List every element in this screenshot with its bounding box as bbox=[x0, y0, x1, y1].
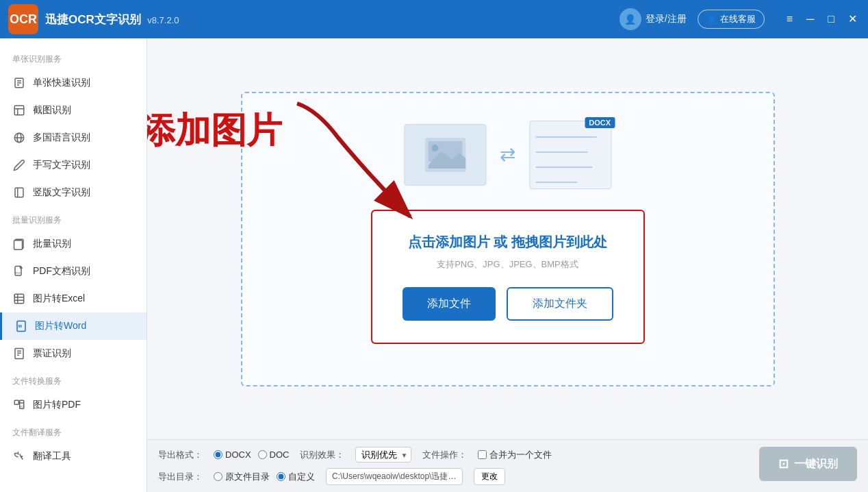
export-format-group: DOCX DOC bbox=[214, 450, 289, 460]
sidebar-section-1-label: 单张识别服务 bbox=[0, 45, 146, 69]
sidebar-item-batch[interactable]: 批量识别 bbox=[0, 230, 146, 258]
main-layout: 单张识别服务 单张快速识别 截图识别 多国语言识别 手写文字识别 bbox=[0, 38, 868, 492]
single-fast-icon bbox=[12, 76, 26, 90]
add-pic-annotation: 添加图片 bbox=[147, 107, 282, 155]
upload-dialog: 点击添加图片 或 拖拽图片到此处 支持PNG、JPG、JPEG、BMP格式 添加… bbox=[371, 210, 645, 344]
doc-radio-label[interactable]: DOC bbox=[258, 450, 290, 460]
docx-badge: DOCX bbox=[585, 117, 615, 128]
original-dir-radio[interactable] bbox=[214, 472, 222, 481]
translate-icon bbox=[12, 450, 26, 463]
drop-zone-outer[interactable]: 添加图片 bbox=[241, 92, 775, 386]
recognize-select[interactable]: 识别优先 bbox=[355, 447, 411, 463]
layers-icon bbox=[12, 237, 26, 251]
sidebar: 单张识别服务 单张快速识别 截图识别 多国语言识别 手写文字识别 bbox=[0, 38, 147, 492]
svg-point-34 bbox=[431, 145, 438, 151]
login-button[interactable]: 👤 登录/注册 bbox=[620, 8, 687, 30]
ocr-btn-label: 一键识别 bbox=[794, 457, 838, 471]
receipt-icon bbox=[12, 347, 26, 360]
globe-icon bbox=[12, 131, 26, 145]
docx-label: DOCX bbox=[225, 450, 251, 460]
title-bar: OCR 迅捷OCR文字识别 v8.7.2.0 👤 登录/注册 👤 在线客服 ≡ … bbox=[0, 0, 868, 38]
sidebar-item-label: 手写文字识别 bbox=[33, 159, 90, 171]
docx-line-1 bbox=[535, 136, 597, 138]
menu-icon[interactable]: ≡ bbox=[784, 12, 795, 26]
preview-row: ⇄ DOCX bbox=[404, 121, 611, 189]
upload-dialog-title: 点击添加图片 或 拖拽图片到此处 bbox=[400, 233, 616, 251]
sidebar-item-label: 票证识别 bbox=[33, 347, 71, 360]
merge-checkbox[interactable] bbox=[478, 450, 487, 459]
file-op-label: 文件操作： bbox=[422, 449, 467, 461]
original-dir-label[interactable]: 原文件目录 bbox=[214, 471, 270, 483]
pdf-icon: PDF bbox=[12, 265, 26, 278]
service-button[interactable]: 👤 在线客服 bbox=[698, 10, 765, 29]
output-dir-label: 导出目录： bbox=[158, 471, 203, 483]
svg-rect-27 bbox=[14, 400, 18, 404]
screenshot-icon bbox=[12, 103, 26, 117]
upload-or: 或 bbox=[490, 234, 511, 249]
svg-text:PDF: PDF bbox=[21, 406, 25, 408]
sidebar-item-label: 单张快速识别 bbox=[33, 77, 90, 89]
sidebar-section-3-label: 文件转换服务 bbox=[0, 367, 146, 391]
title-bar-right: 👤 登录/注册 👤 在线客服 ≡ ─ □ ✕ bbox=[620, 8, 860, 30]
export-format-label: 导出格式： bbox=[158, 449, 203, 461]
upload-buttons: 添加文件 添加文件夹 bbox=[400, 287, 616, 321]
minimize-button[interactable]: ─ bbox=[804, 12, 817, 26]
one-click-ocr-button[interactable]: ⊡ 一键识别 bbox=[759, 447, 857, 481]
svg-text:W: W bbox=[18, 324, 23, 328]
sidebar-item-receipt[interactable]: 票证识别 bbox=[0, 340, 146, 367]
custom-dir-radio[interactable] bbox=[277, 472, 285, 481]
sidebar-item-screenshot[interactable]: 截图识别 bbox=[0, 97, 146, 124]
drop-zone-wrapper: 添加图片 bbox=[147, 38, 868, 439]
docx-line-3 bbox=[535, 167, 593, 168]
custom-dir-label[interactable]: 自定义 bbox=[277, 471, 315, 483]
sidebar-item-translate[interactable]: 翻译工具 bbox=[0, 443, 146, 470]
doc-radio[interactable] bbox=[258, 450, 267, 459]
sidebar-item-label: 图片转Excel bbox=[33, 293, 85, 305]
sidebar-section-2-label: 批量识别服务 bbox=[0, 206, 146, 230]
avatar: 👤 bbox=[620, 8, 641, 30]
svg-text:PDF: PDF bbox=[16, 272, 21, 275]
sidebar-item-vertical[interactable]: 竖版文字识别 bbox=[0, 179, 146, 206]
content-area: 添加图片 bbox=[147, 38, 868, 492]
word-icon: W bbox=[14, 319, 28, 333]
maximize-button[interactable]: □ bbox=[825, 12, 837, 26]
sidebar-item-img2pdf[interactable]: PDF 图片转PDF bbox=[0, 391, 146, 419]
pen-icon bbox=[12, 158, 26, 172]
merge-option-label[interactable]: 合并为一个文件 bbox=[478, 449, 552, 461]
sidebar-item-multilang[interactable]: 多国语言识别 bbox=[0, 124, 146, 151]
vertical-text-icon bbox=[12, 186, 26, 199]
svg-rect-8 bbox=[15, 188, 23, 197]
docx-line-2 bbox=[535, 151, 588, 153]
add-file-button[interactable]: 添加文件 bbox=[403, 287, 496, 321]
merge-option: 合并为一个文件 bbox=[489, 449, 552, 461]
ocr-btn-wrapper: ⊡ 一键识别 bbox=[759, 447, 857, 481]
close-button[interactable]: ✕ bbox=[845, 12, 860, 26]
svg-rect-11 bbox=[14, 241, 23, 250]
image-preview bbox=[404, 124, 486, 186]
docx-radio-label[interactable]: DOCX bbox=[214, 450, 251, 460]
sidebar-item-pdf[interactable]: PDF PDF文档识别 bbox=[0, 258, 146, 285]
output-path-box: C:\Users\wqeaoiw\desktop\迅捷OCR文字识 bbox=[326, 468, 463, 485]
add-folder-button[interactable]: 添加文件夹 bbox=[507, 287, 613, 321]
recognize-select-wrapper: 识别优先 bbox=[355, 447, 411, 463]
recognize-effect-label: 识别效果： bbox=[300, 449, 344, 461]
window-controls: ≡ ─ □ ✕ bbox=[784, 12, 860, 26]
app-title: 迅捷OCR文字识别 v8.7.2.0 bbox=[45, 12, 620, 27]
sidebar-item-single-fast[interactable]: 单张快速识别 bbox=[0, 69, 146, 97]
convert-arrow-icon: ⇄ bbox=[500, 143, 515, 166]
docx-radio[interactable] bbox=[214, 450, 222, 459]
sidebar-item-img2excel[interactable]: X 图片转Excel bbox=[0, 285, 146, 312]
sidebar-item-img2word[interactable]: W 图片转Word bbox=[0, 312, 146, 340]
excel-icon: X bbox=[12, 292, 26, 306]
sidebar-item-label: 竖版文字识别 bbox=[33, 186, 90, 199]
docx-line-4 bbox=[535, 182, 577, 183]
sidebar-item-label: 翻译工具 bbox=[33, 450, 71, 463]
sidebar-item-label: 批量识别 bbox=[33, 238, 71, 250]
app-logo: OCR bbox=[8, 4, 38, 34]
sidebar-item-handwrite[interactable]: 手写文字识别 bbox=[0, 151, 146, 179]
doc-label: DOC bbox=[270, 450, 290, 460]
custom-dir-option: 自定义 bbox=[288, 471, 315, 483]
change-path-button[interactable]: 更改 bbox=[474, 468, 505, 485]
sidebar-item-label: 截图识别 bbox=[33, 104, 71, 116]
sidebar-section-4-label: 文件翻译服务 bbox=[0, 419, 146, 443]
